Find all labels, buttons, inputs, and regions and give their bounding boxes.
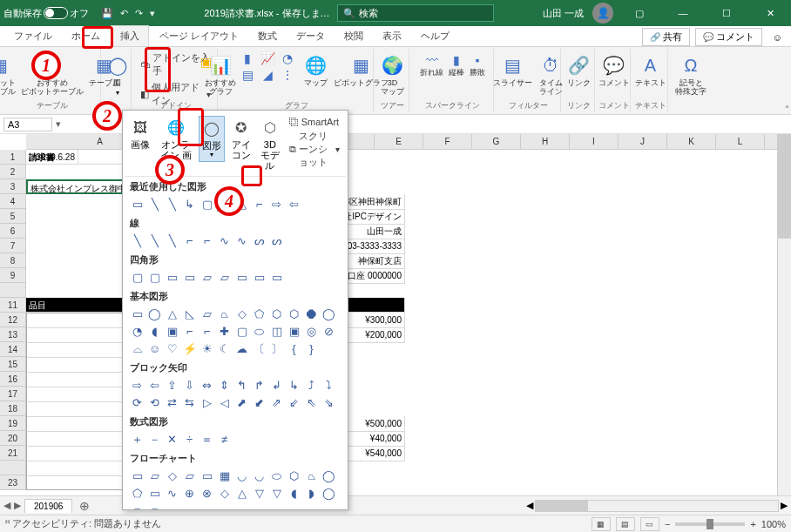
sheet-tab[interactable]: 201906	[24, 499, 72, 513]
shape-or[interactable]: ⊗	[199, 486, 214, 501]
icons-button[interactable]: ✪アイ コン	[228, 116, 253, 162]
sparkline-col-button[interactable]: ▮縦棒	[447, 51, 466, 79]
next-sheet-icon[interactable]: ▶	[14, 500, 21, 511]
namebox-dropdown-icon[interactable]: ▾	[56, 118, 61, 130]
shape-octagon[interactable]: ⯃	[304, 306, 319, 321]
symbol-button[interactable]: Ω記号と 特殊文字	[673, 51, 708, 98]
shape-bracket[interactable]: 〕	[269, 341, 284, 356]
shape-alt[interactable]: ▱	[147, 468, 162, 483]
pagebreak-view-button[interactable]: ▭	[640, 517, 659, 531]
qat-customize-icon[interactable]: ▾	[150, 8, 155, 19]
tab-home[interactable]: ホーム	[63, 26, 109, 46]
cell[interactable]: ¥40,000	[348, 431, 405, 447]
minimize-icon[interactable]: —	[666, 0, 700, 26]
link-button[interactable]: 🔗リンク	[565, 51, 594, 90]
shape-rect[interactable]: ▭	[165, 270, 179, 285]
shape-diamond[interactable]: ◇	[234, 306, 249, 321]
shape-parallelogram[interactable]: ▱	[199, 306, 214, 321]
shape-oval[interactable]: ◯	[147, 306, 162, 321]
shape-internal[interactable]: ▦	[217, 468, 232, 483]
shape-triangle[interactable]: △	[165, 306, 179, 321]
tab-help[interactable]: ヘルプ	[412, 26, 458, 46]
shape-arrow[interactable]: ↰	[234, 378, 249, 393]
column-chart-icon[interactable]: ▮	[240, 51, 255, 66]
image-button[interactable]: 🖼画像	[128, 116, 152, 152]
shape-arrow[interactable]: ↱	[252, 378, 267, 393]
slicer-button[interactable]: ▤スライサー	[491, 51, 534, 90]
shape-equals[interactable]: ＝	[199, 432, 214, 447]
cell[interactable]: ¥500,000	[348, 416, 405, 432]
area-chart-icon[interactable]: ◢	[260, 67, 275, 83]
shape-line[interactable]: ╲	[147, 197, 162, 212]
shape-arrow[interactable]: ↲	[269, 378, 284, 393]
text-button[interactable]: Aテキスト	[633, 51, 668, 90]
shape-offpage[interactable]: ⬠	[130, 486, 145, 501]
shape-elbow[interactable]: ⌐	[182, 233, 197, 248]
search-box[interactable]: 🔍 検索	[337, 4, 494, 22]
shape-line[interactable]: ╲	[130, 233, 145, 248]
shape-display[interactable]: ▭	[165, 503, 179, 510]
shape-textbox[interactable]: ▭	[130, 197, 145, 212]
shape-frame[interactable]: ▣	[165, 324, 179, 339]
shape-merge[interactable]: ▽	[269, 486, 284, 501]
cell[interactable]: ¥300,000	[348, 313, 405, 328]
shape-noentry[interactable]: ⊘	[321, 324, 336, 339]
shape-heart[interactable]: ♡	[165, 341, 179, 356]
shape-multiply[interactable]: ✕	[165, 432, 179, 447]
shape-arrow[interactable]: ▷	[199, 395, 214, 410]
shape-multidoc[interactable]: ◡	[252, 468, 267, 483]
row-headers[interactable]: 123456789111213141516171819202123	[0, 150, 26, 490]
shape-predef[interactable]: ▭	[199, 468, 214, 483]
shape-minus[interactable]: －	[147, 432, 162, 447]
close-icon[interactable]: ✕	[753, 0, 788, 26]
shape-brace[interactable]: {	[287, 341, 301, 356]
shape-cross[interactable]: ✚	[217, 324, 232, 339]
horizontal-scrollbar[interactable]	[535, 500, 779, 512]
shape-bracket[interactable]: 〔	[252, 341, 267, 356]
shape-rect[interactable]: ▭	[252, 270, 267, 285]
comments-button[interactable]: 💬 コメント	[695, 28, 762, 46]
maps-button[interactable]: 🌐マップ	[301, 51, 330, 90]
illustrations-button[interactable]: ◯図▾	[103, 51, 132, 98]
shape-arrow[interactable]: ⇕	[217, 378, 232, 393]
redo-icon[interactable]: ↷	[135, 8, 143, 19]
tab-view[interactable]: 表示	[374, 26, 410, 46]
shape-delay[interactable]: ◗	[304, 486, 319, 501]
zoom-level[interactable]: 100%	[761, 519, 786, 529]
shape-card[interactable]: ▭	[147, 486, 162, 501]
shape-arrow[interactable]: ⟲	[147, 395, 162, 410]
scroll-right-icon[interactable]: ▶	[781, 500, 788, 511]
shape-terminator[interactable]: ⬭	[269, 468, 284, 483]
shape-magnetic[interactable]: ⬭	[130, 503, 145, 510]
shape-seq[interactable]: ◯	[321, 486, 336, 501]
shape-freeform[interactable]: ᔕ	[252, 233, 267, 248]
shape-can[interactable]: ⬭	[252, 324, 267, 339]
shape-collate[interactable]: ◇	[217, 486, 232, 501]
shape-rect[interactable]: ▭	[269, 270, 284, 285]
cell[interactable]	[348, 298, 405, 313]
name-box[interactable]	[3, 118, 52, 131]
tab-data[interactable]: データ	[287, 26, 334, 46]
shape-textbox[interactable]: ▭	[130, 306, 145, 321]
vertical-scrollbar[interactable]	[777, 134, 791, 495]
line-chart-icon[interactable]: 📈	[260, 51, 275, 66]
zoom-out-icon[interactable]: −	[665, 519, 670, 529]
share-button[interactable]: 🔗 共有	[642, 28, 690, 46]
sparkline-line-button[interactable]: 〰折れ線	[418, 51, 445, 79]
help-icon[interactable]: ☺	[767, 32, 788, 43]
shape-arrow[interactable]: ⇄	[165, 395, 179, 410]
shape-rect[interactable]: ▢	[199, 197, 214, 212]
shape-rect[interactable]: ▱	[217, 270, 232, 285]
worksheet-grid[interactable]: A DEFGHIJKLM 123456789111213141516171819…	[0, 134, 791, 495]
shape-arrow[interactable]: ⇙	[287, 395, 301, 410]
shape-arrow[interactable]: ⇔	[199, 378, 214, 393]
shape-connector[interactable]: ↳	[182, 197, 197, 212]
shape-arrow[interactable]: ⇩	[182, 378, 197, 393]
cell[interactable]: 山田一成	[340, 224, 405, 239]
zoom-slider[interactable]	[675, 522, 745, 526]
rec-charts-button[interactable]: 📊おすすめ グラフ	[203, 51, 238, 98]
shape-arrow[interactable]: ⬈	[234, 395, 249, 410]
cell[interactable]: 3区神田神保町	[340, 194, 405, 210]
shape-moon[interactable]: ☾	[217, 341, 232, 356]
shape-roundrect[interactable]: ▢	[147, 270, 162, 285]
